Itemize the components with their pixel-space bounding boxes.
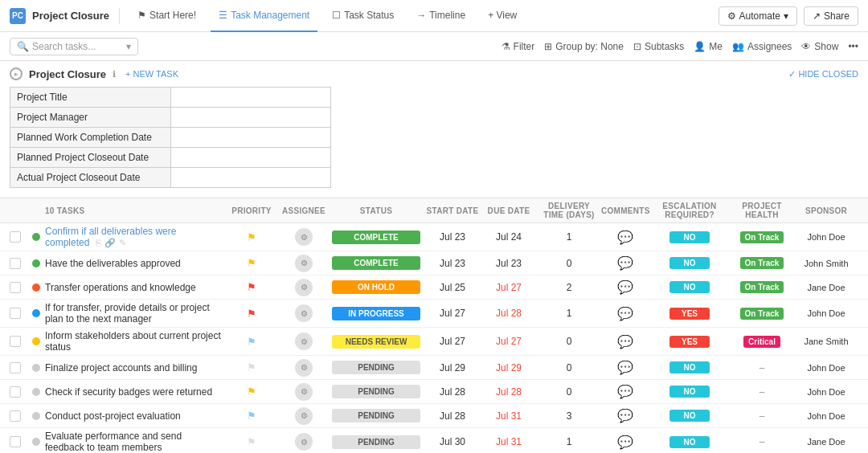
task-assignee[interactable]: ⚙ [280,383,328,401]
status-badge[interactable]: ON HOLD [332,280,420,294]
status-badge[interactable]: NEEDS REVIEW [332,335,420,349]
show-button[interactable]: 👁 Show [801,41,838,52]
info-value[interactable] [171,88,331,108]
status-badge[interactable]: PENDING [332,361,420,374]
task-assignee[interactable]: ⚙ [280,359,328,377]
task-comments[interactable]: 💬 [601,306,649,321]
task-status[interactable]: NEEDS REVIEW [328,335,424,349]
task-priority[interactable]: ⚑ [223,308,280,320]
task-assignee[interactable]: ⚙ [280,255,328,272]
automate-button[interactable]: ⚙ Automate ▾ [719,6,797,26]
info-value[interactable] [171,108,331,128]
task-checkbox[interactable] [10,386,32,398]
task-comments[interactable]: 💬 [601,408,649,423]
task-priority[interactable]: ⚑ [223,436,280,448]
task-assignee[interactable]: ⚙ [280,304,328,322]
task-comments[interactable]: 💬 [601,230,649,245]
task-comments[interactable]: 💬 [601,280,649,295]
assignee-avatar[interactable]: ⚙ [295,359,313,377]
edit-icon[interactable]: ✎ [119,238,126,248]
copy-icon[interactable]: ⎘ [96,238,101,248]
assignee-avatar[interactable]: ⚙ [295,333,313,350]
task-row[interactable]: Finalize project accounts and billing ⚑ … [0,356,868,380]
assignee-avatar[interactable]: ⚙ [295,433,313,451]
task-priority[interactable]: ⚑ [223,410,280,422]
task-name[interactable]: If for transfer, provide details or proj… [45,302,210,324]
task-status[interactable]: ON HOLD [328,280,424,294]
task-assignee[interactable]: ⚙ [280,433,328,451]
task-name[interactable]: Finalize project accounts and billing [45,362,197,373]
task-assignee[interactable]: ⚙ [280,407,328,425]
task-priority[interactable]: ⚑ [223,231,280,243]
task-status[interactable]: PENDING [328,361,424,374]
assignee-avatar[interactable]: ⚙ [295,255,313,272]
task-checkbox[interactable] [10,308,32,319]
subtasks-button[interactable]: ⊡ Subtasks [633,41,684,52]
task-row[interactable]: If for transfer, provide details or proj… [0,300,868,328]
task-name[interactable]: Conduct post-project evaluation [45,410,181,422]
task-row[interactable]: Inform stakeholders about current projec… [0,328,868,356]
tab-task-management[interactable]: ☰ Task Management [211,0,317,32]
task-checkbox[interactable] [10,336,32,347]
tab-timeline[interactable]: → Timeline [408,0,473,32]
status-badge[interactable]: PENDING [332,409,420,422]
task-status[interactable]: IN PROGRESS [328,307,424,320]
task-priority[interactable]: ⚑ [223,336,280,348]
task-assignee[interactable]: ⚙ [280,333,328,350]
task-status[interactable]: PENDING [328,409,424,422]
task-assignee[interactable]: ⚙ [280,228,328,246]
task-checkbox[interactable] [10,362,32,373]
status-badge[interactable]: COMPLETE [332,231,420,244]
tab-start-here[interactable]: ⚑ Start Here! [129,0,204,32]
task-checkbox[interactable] [10,410,32,422]
task-comments[interactable]: 💬 [601,435,649,450]
task-priority[interactable]: ⚑ [223,361,280,373]
task-row[interactable]: Conduct post-project evaluation ⚑ ⚙ PEND… [0,404,868,428]
task-priority[interactable]: ⚑ [223,257,280,269]
task-comments[interactable]: 💬 [601,360,649,375]
task-name[interactable]: Have the deliverables approved [45,258,181,269]
task-name[interactable]: Transfer operations and knowledge [45,282,196,293]
assignee-avatar[interactable]: ⚙ [295,407,313,425]
info-value[interactable] [171,168,331,188]
task-comments[interactable]: 💬 [601,255,649,271]
assignees-button[interactable]: 👥 Assignees [732,41,792,52]
task-status[interactable]: PENDING [328,385,424,398]
task-row[interactable]: Have the deliverables approved ⚑ ⚙ COMPL… [0,251,868,275]
task-row[interactable]: Evaluate performance and send feedback t… [0,428,868,453]
filter-button[interactable]: ⚗ Filter [502,41,535,52]
task-row[interactable]: Transfer operations and knowledge ⚑ ⚙ ON… [0,275,868,300]
task-comments[interactable]: 💬 [601,384,649,399]
task-name[interactable]: Check if security badges were returned [45,386,212,398]
assignee-avatar[interactable]: ⚙ [295,304,313,322]
task-comments[interactable]: 💬 [601,334,649,349]
search-box[interactable]: 🔍 Search tasks... ▾ [10,38,138,55]
task-checkbox[interactable] [10,231,32,243]
task-priority[interactable]: ⚑ [223,281,280,293]
info-icon[interactable]: ℹ [113,69,116,80]
task-name[interactable]: Inform stakeholders about current projec… [45,330,221,353]
task-checkbox[interactable] [10,436,32,447]
share-button[interactable]: ↗ Share [804,6,858,26]
task-status[interactable]: COMPLETE [328,256,424,270]
section-collapse-icon[interactable]: ▸ [10,67,23,80]
task-priority[interactable]: ⚑ [223,386,280,398]
assignee-avatar[interactable]: ⚙ [295,279,313,296]
assignee-avatar[interactable]: ⚙ [295,383,313,401]
task-checkbox[interactable] [10,258,32,269]
task-status[interactable]: COMPLETE [328,231,424,244]
hide-closed-button[interactable]: ✓ HIDE CLOSED [788,69,858,80]
task-status[interactable]: PENDING [328,435,424,449]
task-row[interactable]: Check if security badges were returned ⚑… [0,380,868,404]
task-assignee[interactable]: ⚙ [280,279,328,296]
status-badge[interactable]: IN PROGRESS [332,307,420,320]
me-button[interactable]: 👤 Me [694,41,723,52]
status-badge[interactable]: PENDING [332,435,420,449]
group-by-button[interactable]: ⊞ Group by: None [544,41,624,52]
task-name[interactable]: Evaluate performance and send feedback t… [45,431,182,453]
more-options-button[interactable]: ••• [848,41,858,52]
tab-view[interactable]: + View [480,0,525,32]
info-value[interactable] [171,128,331,148]
status-badge[interactable]: PENDING [332,385,420,398]
link-icon[interactable]: 🔗 [104,238,116,248]
